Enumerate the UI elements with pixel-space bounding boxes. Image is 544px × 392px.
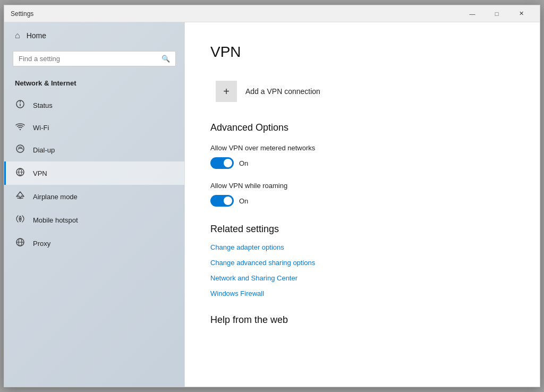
wifi-icon — [15, 123, 26, 132]
search-icon: 🔍 — [162, 55, 170, 63]
sharing-center-link[interactable]: Network and Sharing Center — [210, 274, 514, 282]
plus-icon: + — [216, 81, 237, 102]
hotspot-label: Mobile hotspot — [33, 216, 78, 224]
main-panel: VPN + Add a VPN connection Advanced Opti… — [185, 22, 540, 387]
vpn-icon — [15, 167, 26, 179]
toggle-row-roaming: Allow VPN while roaming On — [210, 182, 514, 207]
wifi-label: Wi-Fi — [33, 124, 49, 132]
svg-point-7 — [20, 218, 21, 220]
window-title: Settings — [11, 10, 460, 18]
sidebar-item-vpn[interactable]: VPN — [4, 161, 184, 185]
add-vpn-button[interactable]: + Add a VPN connection — [210, 75, 329, 107]
page-title: VPN — [210, 44, 514, 61]
airplane-icon — [15, 191, 26, 202]
search-input[interactable] — [19, 55, 157, 63]
settings-window: Settings — □ ✕ ⌂ Home 🔍 Network & Intern… — [4, 5, 540, 387]
metered-toggle-control: On — [210, 157, 514, 169]
status-icon — [15, 99, 26, 111]
svg-point-3 — [20, 129, 21, 130]
metered-toggle[interactable] — [210, 157, 234, 169]
advanced-options-heading: Advanced Options — [210, 122, 514, 133]
firewall-link[interactable]: Windows Firewall — [210, 289, 514, 297]
search-box: 🔍 — [13, 51, 176, 66]
sidebar-section-title: Network & Internet — [4, 75, 184, 93]
metered-toggle-label: On — [239, 159, 248, 167]
sidebar-item-airplane[interactable]: Airplane mode — [4, 185, 184, 208]
hotspot-icon — [15, 214, 26, 226]
sidebar-item-proxy[interactable]: Proxy — [4, 232, 184, 255]
proxy-icon — [15, 237, 26, 249]
sidebar-item-home[interactable]: ⌂ Home — [4, 22, 184, 49]
window-controls: — □ ✕ — [460, 5, 533, 22]
roaming-toggle-label: On — [239, 197, 248, 205]
minimize-button[interactable]: — — [460, 5, 484, 22]
sidebar-item-wifi[interactable]: Wi-Fi — [4, 117, 184, 138]
dialup-icon — [15, 144, 26, 156]
toggle-row-metered: Allow VPN over metered networks On — [210, 144, 514, 169]
metered-description: Allow VPN over metered networks — [210, 144, 514, 152]
roaming-toggle-control: On — [210, 195, 514, 207]
sidebar-item-dialup[interactable]: Dial-up — [4, 138, 184, 161]
maximize-button[interactable]: □ — [484, 5, 509, 22]
status-label: Status — [33, 101, 53, 109]
dialup-label: Dial-up — [33, 146, 55, 154]
sidebar-item-hotspot[interactable]: Mobile hotspot — [4, 208, 184, 232]
vpn-label: VPN — [33, 169, 47, 177]
titlebar: Settings — □ ✕ — [4, 5, 540, 22]
help-heading: Help from the web — [210, 314, 514, 326]
related-settings-heading: Related settings — [210, 224, 514, 235]
close-button[interactable]: ✕ — [509, 5, 533, 22]
home-label: Home — [27, 31, 46, 40]
roaming-description: Allow VPN while roaming — [210, 182, 514, 190]
sidebar-item-status[interactable]: Status — [4, 93, 184, 117]
main-content: ⌂ Home 🔍 Network & Internet S — [4, 22, 540, 387]
home-icon: ⌂ — [15, 31, 20, 40]
roaming-toggle[interactable] — [210, 195, 234, 207]
airplane-label: Airplane mode — [33, 193, 78, 201]
proxy-label: Proxy — [33, 240, 50, 248]
sidebar: ⌂ Home 🔍 Network & Internet S — [4, 22, 185, 387]
change-adapter-link[interactable]: Change adapter options — [210, 243, 514, 251]
add-vpn-label: Add a VPN connection — [245, 87, 320, 96]
change-sharing-link[interactable]: Change advanced sharing options — [210, 259, 514, 267]
